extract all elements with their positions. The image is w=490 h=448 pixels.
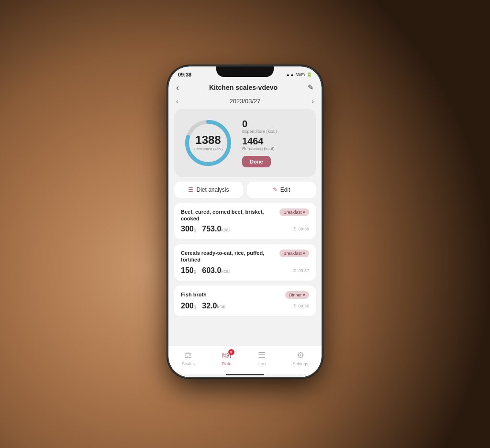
- food-details-3: 200g 32.0kcal ⏱ 09:36: [181, 302, 309, 310]
- food-weight-3: 200g: [181, 302, 196, 310]
- food-details-1: 300g 753.0kcal ⏱ 09:38: [181, 225, 309, 233]
- food-name-2: Cereals ready-to-eat, rice, puffed, fort…: [181, 250, 276, 263]
- consumed-label: Consumed (kcal): [194, 147, 223, 151]
- edit-icon: ✎: [273, 186, 278, 193]
- screen: 09:38 ▲▲ WiFi 🔋 ‹ Kitchen scales-vdevo ✎…: [168, 66, 322, 377]
- plate-badge: 3: [228, 349, 234, 355]
- clock-icon-1: ⏱: [292, 227, 297, 231]
- expenditure-label: Expenditure (kcal): [242, 129, 308, 134]
- log-icon: ☰: [258, 350, 266, 361]
- calorie-gauge: 1388 Consumed (kcal): [182, 117, 234, 169]
- remaining-row: 1464 Remaining (kcal): [242, 136, 308, 151]
- scene: 09:38 ▲▲ WiFi 🔋 ‹ Kitchen scales-vdevo ✎…: [0, 0, 490, 448]
- kcal-unit-2: kcal: [221, 269, 230, 274]
- scroll-content: 1388 Consumed (kcal) 0 Expenditure (kcal…: [168, 109, 322, 346]
- diet-analysis-icon: ☰: [188, 186, 193, 193]
- edit-label: Edit: [280, 186, 290, 193]
- diet-analysis-label: Diet analysis: [196, 186, 229, 193]
- gauge-center: 1388 Consumed (kcal): [182, 117, 234, 169]
- food-item-2: Cereals ready-to-eat, rice, puffed, fort…: [174, 244, 316, 281]
- app-header: ‹ Kitchen scales-vdevo ✎: [168, 80, 322, 97]
- header-edit-icon[interactable]: ✎: [308, 83, 314, 92]
- meal-tag-1[interactable]: Breakfast ▾: [279, 208, 309, 216]
- food-time-3: ⏱ 09:36: [292, 304, 309, 308]
- status-icons: ▲▲ WiFi 🔋: [286, 72, 312, 77]
- food-name-1: Beef, cured, corned beef, brisket, cooke…: [181, 208, 276, 222]
- scales-icon: ⚖: [184, 350, 192, 361]
- expenditure-row: 0 Expenditure (kcal): [242, 119, 308, 134]
- meal-tag-3[interactable]: Dinner ▾: [285, 291, 309, 299]
- food-item-1: Beef, cured, corned beef, brisket, cooke…: [174, 203, 316, 240]
- food-name-3: Fish broth: [181, 291, 281, 298]
- clock-icon-2: ⏱: [292, 268, 297, 273]
- prev-date-button[interactable]: ‹: [176, 98, 178, 105]
- nav-log-label: Log: [258, 361, 266, 366]
- expenditure-value: 0: [242, 119, 308, 129]
- action-row: ☰ Diet analysis ✎ Edit: [174, 182, 316, 198]
- weight-unit-1: g: [194, 227, 197, 232]
- diet-analysis-button[interactable]: ☰ Diet analysis: [174, 182, 243, 198]
- home-indicator: [168, 374, 322, 377]
- food-details-2: 150g 603.0kcal ⏱ 09:37: [181, 266, 309, 275]
- next-date-button[interactable]: ›: [312, 98, 314, 105]
- nav-scales-label: Scales: [182, 361, 195, 366]
- food-weight-1: 300g: [181, 225, 196, 233]
- home-bar: [226, 374, 264, 375]
- nav-plate-label: Plate: [222, 361, 232, 366]
- edit-button[interactable]: ✎ Edit: [247, 182, 316, 198]
- food-kcal-1: 753.0kcal: [202, 225, 230, 233]
- food-kcal-2: 603.0kcal: [202, 266, 230, 275]
- nav-log[interactable]: ☰ Log: [258, 350, 266, 366]
- food-item-3: Fish broth Dinner ▾ 200g 32.0kcal ⏱ 09:3…: [174, 285, 316, 316]
- calorie-info: 0 Expenditure (kcal) 1464 Remaining (kca…: [242, 119, 308, 167]
- consumed-value: 1388: [195, 134, 221, 146]
- weight-unit-2: g: [194, 269, 197, 274]
- notch: [216, 66, 274, 77]
- phone-frame: 09:38 ▲▲ WiFi 🔋 ‹ Kitchen scales-vdevo ✎…: [168, 66, 322, 377]
- food-weight-2: 150g: [181, 266, 196, 275]
- food-card-header-3: Fish broth Dinner ▾: [181, 291, 309, 299]
- battery-icon: 🔋: [307, 72, 312, 77]
- status-time: 09:38: [178, 72, 191, 77]
- nav-settings-label: Settings: [292, 361, 308, 366]
- kcal-unit-3: kcal: [217, 304, 225, 309]
- back-button[interactable]: ‹: [176, 83, 179, 93]
- settings-icon: ⚙: [297, 350, 304, 361]
- wifi-icon: WiFi: [296, 72, 305, 77]
- remaining-label: Remaining (kcal): [242, 146, 308, 151]
- nav-plate[interactable]: 🍽 3 Plate: [222, 350, 232, 366]
- nav-scales[interactable]: ⚖ Scales: [182, 350, 195, 366]
- food-card-header-1: Beef, cured, corned beef, brisket, cooke…: [181, 208, 309, 222]
- page-title: Kitchen scales-vdevo: [209, 84, 278, 91]
- meal-tag-2[interactable]: Breakfast ▾: [279, 250, 309, 257]
- signal-icon: ▲▲: [286, 72, 294, 77]
- food-kcal-3: 32.0kcal: [202, 302, 225, 310]
- food-time-1: ⏱ 09:38: [292, 227, 309, 231]
- food-card-header-2: Cereals ready-to-eat, rice, puffed, fort…: [181, 250, 309, 263]
- calorie-card: 1388 Consumed (kcal) 0 Expenditure (kcal…: [174, 109, 316, 177]
- nav-settings[interactable]: ⚙ Settings: [292, 350, 308, 366]
- date-nav: ‹ 2023/03/27 ›: [168, 97, 322, 109]
- remaining-value: 1464: [242, 136, 308, 146]
- food-time-2: ⏱ 09:37: [292, 268, 309, 273]
- done-button[interactable]: Done: [242, 156, 271, 167]
- bottom-nav: ⚖ Scales 🍽 3 Plate ☰ Log ⚙ Settings: [168, 346, 322, 374]
- current-date: 2023/03/27: [229, 98, 260, 105]
- clock-icon-3: ⏱: [292, 304, 297, 308]
- weight-unit-3: g: [194, 304, 197, 309]
- kcal-unit-1: kcal: [221, 227, 230, 232]
